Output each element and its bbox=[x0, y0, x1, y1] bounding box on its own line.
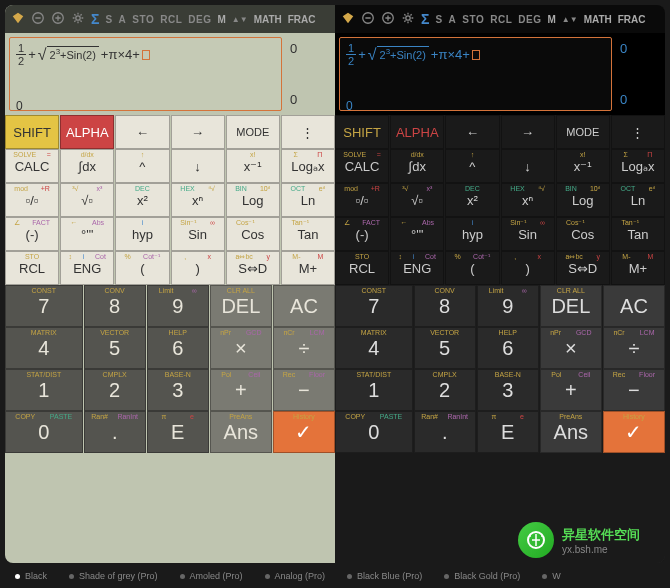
key-sd[interactable]: a⇔bcy S⇔D bbox=[226, 251, 280, 285]
key-calc[interactable]: SOLVE= CALC bbox=[335, 149, 389, 183]
key-sym[interactable]: ← bbox=[445, 115, 499, 149]
key-sym[interactable]: ∠FACT (-) bbox=[5, 217, 59, 251]
key-sym[interactable]: ↑ ^ bbox=[115, 149, 169, 183]
key-sym[interactable]: PolCeil + bbox=[540, 369, 602, 411]
diamond-icon[interactable] bbox=[11, 11, 25, 27]
key-eng[interactable]: ↕iCot ENG bbox=[60, 251, 114, 285]
key-sin[interactable]: Sin⁻¹∞ Sin bbox=[171, 217, 225, 251]
plus-icon[interactable] bbox=[381, 11, 395, 27]
key-sym[interactable]: Ran#RanInt . bbox=[414, 411, 476, 453]
key-del[interactable]: CLR ALL DEL bbox=[540, 285, 602, 327]
key-tan[interactable]: Tan⁻¹ Tan bbox=[611, 217, 665, 251]
key-sym[interactable]: mod+R ▫/▫ bbox=[335, 183, 389, 217]
key-7[interactable]: CONST 7 bbox=[335, 285, 413, 327]
key-ac[interactable]: AC bbox=[273, 285, 335, 327]
key-sym[interactable]: ↓ bbox=[171, 149, 225, 183]
key-sym[interactable]: → bbox=[501, 115, 555, 149]
key-del[interactable]: CLR ALL DEL bbox=[210, 285, 272, 327]
key-6[interactable]: HELP 6 bbox=[147, 327, 209, 369]
key-4[interactable]: MATRIX 4 bbox=[335, 327, 413, 369]
theme-option[interactable]: Black bbox=[15, 571, 47, 581]
key-rcl[interactable]: STO RCL bbox=[5, 251, 59, 285]
key-hyp[interactable]: i hyp bbox=[115, 217, 169, 251]
key-0[interactable]: COPYPASTE 0 bbox=[335, 411, 413, 453]
key-7[interactable]: CONST 7 bbox=[5, 285, 83, 327]
key-x[interactable]: x! x⁻¹ bbox=[556, 149, 610, 183]
key-sym[interactable]: nPrGCD × bbox=[210, 327, 272, 369]
theme-option[interactable]: W bbox=[542, 571, 561, 581]
key-5[interactable]: VECTOR 5 bbox=[84, 327, 146, 369]
key-dx[interactable]: d/dx ∫dx bbox=[60, 149, 114, 183]
key-ans[interactable]: PreAns Ans bbox=[210, 411, 272, 453]
key-sym[interactable]: ,x ) bbox=[501, 251, 555, 285]
key-sym[interactable]: → bbox=[171, 115, 225, 149]
key-x[interactable]: DEC x² bbox=[445, 183, 499, 217]
key-eng[interactable]: ↕iCot ENG bbox=[390, 251, 444, 285]
display-main[interactable]: 12 + 23+Sin(2) +π×4+ 0 bbox=[9, 37, 282, 111]
diamond-icon[interactable] bbox=[341, 11, 355, 27]
key-sym[interactable]: ⋮ bbox=[281, 115, 335, 149]
key-2[interactable]: CMPLX 2 bbox=[84, 369, 146, 411]
key-calc[interactable]: SOLVE= CALC bbox=[5, 149, 59, 183]
gear-icon[interactable] bbox=[401, 11, 415, 27]
key-3[interactable]: BASE-N 3 bbox=[147, 369, 209, 411]
key-1[interactable]: STAT/DIST 1 bbox=[5, 369, 83, 411]
key-sym[interactable]: RecFloor − bbox=[273, 369, 335, 411]
key-sym[interactable]: ³√x³ √▫ bbox=[390, 183, 444, 217]
key-hyp[interactable]: i hyp bbox=[445, 217, 499, 251]
key-sym[interactable]: ← bbox=[115, 115, 169, 149]
key-log[interactable]: BIN10ⁿ Log bbox=[226, 183, 280, 217]
key-sym[interactable]: %Cot⁻¹ ( bbox=[115, 251, 169, 285]
key-shift[interactable]: SHIFT bbox=[5, 115, 59, 149]
key-sym[interactable]: PolCeil + bbox=[210, 369, 272, 411]
key-4[interactable]: MATRIX 4 bbox=[5, 327, 83, 369]
key-x[interactable]: DEC x² bbox=[115, 183, 169, 217]
key-sym[interactable]: RecFloor − bbox=[603, 369, 665, 411]
key-sym[interactable]: ³√x³ √▫ bbox=[60, 183, 114, 217]
key-m[interactable]: M-M M+ bbox=[611, 251, 665, 285]
plus-icon[interactable] bbox=[51, 11, 65, 27]
key-3[interactable]: BASE-N 3 bbox=[477, 369, 539, 411]
key-sym[interactable]: nCrLCM ÷ bbox=[273, 327, 335, 369]
key-mode[interactable]: MODE bbox=[226, 115, 280, 149]
key-m[interactable]: M-M M+ bbox=[281, 251, 335, 285]
key-0[interactable]: COPYPASTE 0 bbox=[5, 411, 83, 453]
theme-option[interactable]: Analog (Pro) bbox=[265, 571, 326, 581]
key-5[interactable]: VECTOR 5 bbox=[414, 327, 476, 369]
theme-option[interactable]: Amoled (Pro) bbox=[180, 571, 243, 581]
key-sym[interactable]: nCrLCM ÷ bbox=[603, 327, 665, 369]
key-x[interactable]: HEXⁿ√ xⁿ bbox=[501, 183, 555, 217]
minus-icon[interactable] bbox=[31, 11, 45, 27]
key-ac[interactable]: AC bbox=[603, 285, 665, 327]
theme-option[interactable]: Black Blue (Pro) bbox=[347, 571, 422, 581]
key-alpha[interactable]: ALPHA bbox=[60, 115, 114, 149]
key-x[interactable]: x! x⁻¹ bbox=[226, 149, 280, 183]
gear-icon[interactable] bbox=[71, 11, 85, 27]
key-tan[interactable]: Tan⁻¹ Tan bbox=[281, 217, 335, 251]
key-8[interactable]: CONV 8 bbox=[84, 285, 146, 327]
key-sym[interactable]: %Cot⁻¹ ( bbox=[445, 251, 499, 285]
key-6[interactable]: HELP 6 bbox=[477, 327, 539, 369]
key-ans[interactable]: PreAns Ans bbox=[540, 411, 602, 453]
key-ln[interactable]: OCTeⁿ Ln bbox=[281, 183, 335, 217]
key-sym[interactable]: ←Abs °'" bbox=[60, 217, 114, 251]
key-8[interactable]: CONV 8 bbox=[414, 285, 476, 327]
key-ln[interactable]: OCTeⁿ Ln bbox=[611, 183, 665, 217]
theme-option[interactable]: Shade of grey (Pro) bbox=[69, 571, 158, 581]
key-sym[interactable]: ∠FACT (-) bbox=[335, 217, 389, 251]
key-2[interactable]: CMPLX 2 bbox=[414, 369, 476, 411]
key-log[interactable]: BIN10ⁿ Log bbox=[556, 183, 610, 217]
key-9[interactable]: Limit∞ 9 bbox=[147, 285, 209, 327]
key-sym[interactable]: Ran#RanInt . bbox=[84, 411, 146, 453]
key-shift[interactable]: SHIFT bbox=[335, 115, 389, 149]
display-main[interactable]: 12 + 23+Sin(2) +π×4+ 0 bbox=[339, 37, 612, 111]
key-e[interactable]: πe E bbox=[147, 411, 209, 453]
sigma-icon[interactable]: Σ bbox=[421, 11, 429, 27]
key-logx[interactable]: ΣΠ Logₐx bbox=[611, 149, 665, 183]
sigma-icon[interactable]: Σ bbox=[91, 11, 99, 27]
key-cos[interactable]: Cos⁻¹ Cos bbox=[226, 217, 280, 251]
key-alpha[interactable]: ALPHA bbox=[390, 115, 444, 149]
theme-option[interactable]: Black Gold (Pro) bbox=[444, 571, 520, 581]
key-x[interactable]: HEXⁿ√ xⁿ bbox=[171, 183, 225, 217]
key-sym[interactable]: nPrGCD × bbox=[540, 327, 602, 369]
